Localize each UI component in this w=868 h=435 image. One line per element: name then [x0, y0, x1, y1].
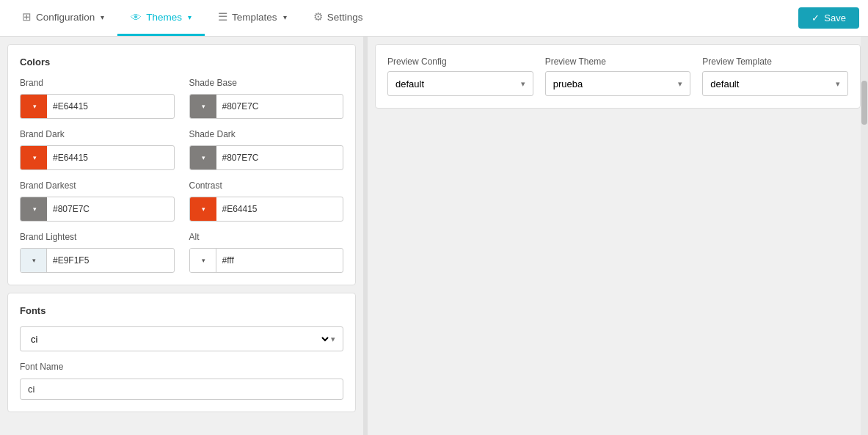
preview-dropdowns: Preview Config default ▾ Preview Theme p… — [387, 56, 848, 96]
nav-item-settings[interactable]: ⚙ Settings — [300, 0, 376, 36]
nav-label-templates: Templates — [232, 12, 277, 23]
swatch-chevron-icon: ▾ — [33, 205, 37, 213]
preview-config-group: Preview Config default ▾ — [387, 56, 533, 96]
scrollbar-thumb[interactable] — [861, 81, 867, 125]
swatch-chevron-icon: ▾ — [202, 257, 205, 264]
chevron-down-icon: ▾ — [836, 79, 840, 89]
shade-base-label: Shade Base — [189, 78, 344, 88]
brand-field-group: Brand ▾ — [20, 78, 175, 119]
font-name-label: Font Name — [20, 362, 343, 372]
save-label: Save — [824, 12, 846, 23]
shade-base-swatch-button[interactable]: ▾ — [190, 95, 216, 118]
brand-dark-field-group: Brand Dark ▾ — [20, 129, 175, 170]
swatch-chevron-icon: ▾ — [202, 103, 205, 110]
brand-lightest-input-row: ▾ — [20, 248, 175, 273]
brand-dark-color-input[interactable] — [47, 146, 174, 169]
brand-darkest-swatch-button[interactable]: ▾ — [21, 197, 47, 221]
brand-swatch-button[interactable]: ▾ — [21, 95, 47, 118]
main-layout: Colors Brand ▾ Shade Base — [0, 37, 868, 435]
chevron-down-icon: ▾ — [678, 79, 682, 89]
chevron-down-icon: ▾ — [283, 13, 287, 21]
chevron-down-icon: ▾ — [101, 13, 104, 21]
swatch-chevron-icon: ▾ — [33, 154, 37, 161]
fonts-title: Fonts — [20, 305, 343, 316]
shade-base-field-group: Shade Base ▾ — [189, 78, 344, 119]
alt-label: Alt — [189, 232, 344, 242]
save-button[interactable]: ✓ Save — [798, 7, 859, 29]
alt-color-input[interactable] — [216, 249, 343, 272]
preview-config-select[interactable]: default — [395, 78, 521, 89]
right-panel: Preview Config default ▾ Preview Theme p… — [368, 37, 868, 435]
colors-section-card: Colors Brand ▾ Shade Base — [7, 44, 356, 285]
preview-theme-group: Preview Theme prueba default ▾ — [545, 56, 691, 96]
brand-dark-input-row: ▾ — [20, 145, 175, 170]
nav-item-configuration[interactable]: ⊞ Configuration ▾ — [9, 0, 117, 36]
brand-darkest-label: Brand Darkest — [20, 180, 175, 191]
font-select[interactable]: ci default roboto — [28, 333, 331, 346]
font-name-input[interactable] — [20, 379, 343, 400]
brand-label: Brand — [20, 78, 175, 88]
preview-template-group: Preview Template default ▾ — [702, 56, 848, 96]
brand-lightest-label: Brand Lightest — [20, 232, 175, 242]
brand-input-row: ▾ — [20, 94, 175, 119]
preview-config-select-row[interactable]: default ▾ — [387, 71, 533, 96]
brand-lightest-swatch-button[interactable]: ▾ — [21, 249, 47, 272]
shade-dark-color-input[interactable] — [216, 146, 343, 169]
brand-lightest-color-input[interactable] — [47, 249, 174, 272]
fonts-section-card: Fonts ci default roboto ▾ Font Name — [7, 293, 356, 412]
topnav: ⊞ Configuration ▾ 👁 Themes ▾ ☰ Templates… — [0, 0, 868, 37]
shade-dark-swatch-button[interactable]: ▾ — [190, 146, 216, 169]
shade-dark-field-group: Shade Dark ▾ — [189, 129, 344, 170]
brand-color-input[interactable] — [47, 95, 174, 118]
left-panel: Colors Brand ▾ Shade Base — [0, 37, 363, 435]
nav-label-configuration: Configuration — [36, 12, 95, 23]
settings-icon: ⚙ — [313, 10, 323, 23]
contrast-field-group: Contrast ▾ — [189, 180, 344, 222]
chevron-down-icon: ▾ — [521, 79, 525, 89]
nav-item-themes[interactable]: 👁 Themes ▾ — [117, 0, 205, 36]
checkmark-icon: ✓ — [812, 12, 820, 23]
preview-theme-select-row[interactable]: prueba default ▾ — [545, 71, 691, 96]
shade-dark-input-row: ▾ — [189, 145, 344, 170]
templates-icon: ☰ — [218, 10, 227, 23]
nav-item-templates[interactable]: ☰ Templates ▾ — [205, 0, 300, 36]
preview-theme-select[interactable]: prueba default — [553, 78, 679, 89]
colors-title: Colors — [20, 56, 343, 67]
preview-template-label: Preview Template — [702, 56, 848, 67]
brand-dark-label: Brand Dark — [20, 129, 175, 139]
brand-darkest-field-group: Brand Darkest ▾ — [20, 180, 175, 222]
nav-label-settings: Settings — [327, 12, 363, 23]
chevron-down-icon: ▾ — [331, 335, 335, 344]
alt-swatch-button[interactable]: ▾ — [190, 249, 216, 272]
font-select-row[interactable]: ci default roboto ▾ — [20, 326, 343, 351]
alt-input-row: ▾ — [189, 248, 344, 273]
brand-darkest-color-input[interactable] — [47, 197, 174, 221]
alt-field-group: Alt ▾ — [189, 232, 344, 273]
preview-template-select[interactable]: default — [710, 78, 836, 89]
swatch-chevron-icon: ▾ — [33, 103, 37, 110]
brand-lightest-field-group: Brand Lightest ▾ — [20, 232, 175, 273]
contrast-swatch-button[interactable]: ▾ — [190, 197, 216, 221]
configuration-icon: ⊞ — [22, 10, 32, 23]
swatch-chevron-icon: ▾ — [202, 205, 205, 213]
shade-dark-label: Shade Dark — [189, 129, 344, 139]
contrast-color-input[interactable] — [216, 197, 343, 221]
right-scrollbar[interactable] — [861, 37, 868, 435]
themes-icon: 👁 — [131, 11, 142, 23]
brand-dark-swatch-button[interactable]: ▾ — [21, 146, 47, 169]
preview-card: Preview Config default ▾ Preview Theme p… — [375, 44, 861, 109]
contrast-label: Contrast — [189, 180, 344, 191]
colors-grid: Brand ▾ Shade Base ▾ — [20, 78, 343, 273]
chevron-down-icon: ▾ — [188, 13, 192, 21]
swatch-chevron-icon: ▾ — [32, 257, 36, 264]
shade-base-color-input[interactable] — [216, 95, 343, 118]
preview-config-label: Preview Config — [387, 56, 533, 67]
preview-template-select-row[interactable]: default ▾ — [702, 71, 848, 96]
preview-theme-label: Preview Theme — [545, 56, 691, 67]
swatch-chevron-icon: ▾ — [202, 154, 205, 161]
nav-label-themes: Themes — [146, 12, 182, 23]
shade-base-input-row: ▾ — [189, 94, 344, 119]
contrast-input-row: ▾ — [189, 197, 344, 222]
brand-darkest-input-row: ▾ — [20, 197, 175, 222]
